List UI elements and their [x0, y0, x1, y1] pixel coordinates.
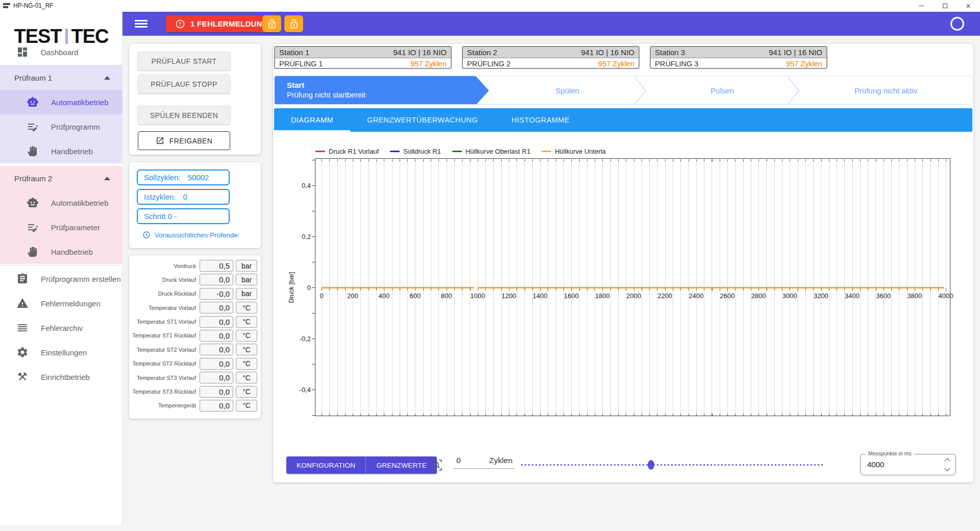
legend-item[interactable]: Solldruck R1	[390, 148, 441, 155]
station-card-2[interactable]: Station 2941 IO | 16 NIOPRÜFLING 2957 Zy…	[462, 46, 640, 69]
measurement-value: 0,0	[200, 316, 233, 328]
measurement-unit: °C	[236, 386, 257, 398]
measurement-unit: °C	[236, 302, 257, 313]
measurement-row: Temperatur ST2 Vorlauf0,0°C	[131, 344, 259, 355]
gear-icon	[16, 346, 29, 358]
footer-button-group: KONFIGURATION GRENZWERTE	[286, 456, 437, 474]
x-tick-label: 3200	[814, 292, 828, 300]
sidebar-item-automatikbetrieb[interactable]: Automatikbetrieb	[0, 190, 122, 215]
tab-diagramm[interactable]: DIAGRAMM	[274, 108, 350, 132]
legend-label: Hüllkurve Unterla	[555, 148, 606, 155]
station-card-1[interactable]: Station 1941 IO | 16 NIOPRÜFLING 1957 Zy…	[274, 46, 452, 69]
window-minimize-button[interactable]	[910, 0, 933, 12]
sidebar-item-handbetrieb[interactable]: Handbetrieb	[0, 139, 122, 163]
spinner-up-icon[interactable]	[944, 457, 950, 464]
sidebar-item-fehlermeldungen[interactable]: Fehlermeldungen	[0, 291, 122, 316]
sidebar-group-header-1[interactable]: Prüfraum 1	[0, 65, 122, 90]
measurement-row: Temperatur ST1 Vorlauf0,0°C	[131, 316, 259, 328]
window-maximize-button[interactable]	[933, 0, 957, 12]
measurement-value: 0,0	[200, 372, 233, 383]
edit-note-icon	[27, 120, 39, 133]
measurement-unit: bar	[236, 260, 257, 272]
x-tick-label: 1400	[533, 292, 548, 300]
legend-item[interactable]: Druck R1 Vorlauf	[315, 148, 379, 155]
zoom-region-icon[interactable]	[430, 458, 443, 472]
error-outline-icon	[175, 19, 185, 29]
stepper-step-pulsen: Pulsen	[646, 76, 799, 105]
measurement-unit: °C	[236, 316, 257, 328]
robot-icon	[27, 96, 39, 108]
timeline-slider[interactable]	[521, 464, 823, 466]
grenzwerte-button[interactable]: GRENZWERTE	[365, 456, 437, 474]
freigaben-button[interactable]: FREIGABEN	[138, 131, 230, 150]
process-stepper: Start Prüfung nicht startbereit SpülenPu…	[274, 76, 972, 105]
menu-hamburger-icon[interactable]	[135, 20, 148, 28]
lock-open-icon	[267, 19, 277, 29]
sidebar-group-header-2[interactable]: Prüfraum 2	[0, 166, 122, 190]
cycles-display-unit: Zyklen	[489, 456, 512, 465]
station-card-3[interactable]: Station 3941 IO | 16 NIOPRÜFLING 3957 Zy…	[650, 46, 827, 69]
station-pruefling: PRÜFLING 1	[279, 60, 323, 68]
measurement-label: Druck Rücklauf	[131, 291, 200, 297]
lock-open-icon	[289, 19, 299, 29]
schritt-field[interactable]: Schritt 0 -	[137, 208, 230, 224]
cycles-display-field[interactable]: 0 Zyklen	[453, 452, 514, 469]
measurement-label: Vordruck	[131, 263, 200, 269]
y-tick-label: 0,2	[287, 232, 311, 240]
legend-item[interactable]: Hüllkurve Unterla	[542, 148, 606, 155]
measurement-value: 0,5	[200, 260, 233, 272]
sidebar-item-pr-fprogramm-erstellen[interactable]: Prüfprogramm erstellen	[0, 267, 122, 291]
spuelen-beenden-button[interactable]: SPÜLEN BEENDEN	[138, 106, 230, 125]
sidebar-item-einstellungen[interactable]: Einstellungen	[0, 340, 122, 365]
timeline-slider-thumb[interactable]	[648, 460, 654, 470]
measurement-label: Temperatur Vorlauf	[131, 305, 200, 311]
sidebar-item-automatikbetrieb[interactable]: Automatikbetrieb	[0, 90, 122, 114]
y-tick-label: 0,4	[287, 181, 311, 189]
konfiguration-button[interactable]: KONFIGURATION	[286, 456, 365, 474]
lock-button-2[interactable]	[284, 15, 303, 32]
series-line-h-llkurve-unterlast	[322, 287, 474, 288]
istzyklen-field[interactable]: Istzyklen: 0	[137, 189, 230, 205]
sidebar-item-pr-fprogramm[interactable]: Prüfprogramm	[0, 114, 122, 139]
measurement-label: Temperatur ST2 Vorlauf	[131, 347, 200, 353]
prueflauf-stopp-button[interactable]: PRÜFLAUF STOPP	[138, 75, 230, 93]
stepper-chevron-divider	[632, 76, 648, 105]
sidebar-item-einrichtbetrieb[interactable]: Einrichtbetrieb	[0, 365, 122, 389]
sidebar-item-pr-fparameter[interactable]: Prüfparameter	[0, 215, 122, 239]
chevron-up-icon	[104, 76, 110, 80]
legend-item[interactable]: Hüllkurve Oberlast R1	[452, 148, 530, 155]
stepper-active-subtitle: Prüfung nicht startbereit	[287, 91, 489, 99]
sidebar-item-dashboard[interactable]: Dashboard	[0, 40, 122, 64]
measurement-unit: °C	[236, 358, 257, 370]
clock-icon	[142, 231, 151, 239]
sidebar-item-handbetrieb[interactable]: Handbetrieb	[0, 239, 122, 264]
window-close-button[interactable]: ✕	[957, 0, 980, 12]
sidebar-item-fehlerarchiv[interactable]: Fehlerarchiv	[0, 316, 122, 340]
measurement-row: Temperatur Vorlauf0,0°C	[131, 302, 259, 313]
measurement-label: Temperatur ST1 Vorlauf	[131, 319, 200, 325]
chart-plot-area: 0200400600800100012001400160018002000220…	[315, 158, 950, 416]
tab-histogramme[interactable]: HISTOGRAMME	[495, 108, 586, 132]
error-message-button[interactable]: 1 FEHLERMELDUNG	[166, 15, 278, 32]
x-tick-label: 1800	[595, 292, 610, 300]
measurement-row: Druck Vorlauf0,0bar	[131, 274, 259, 285]
main-content-card: Station 1941 IO | 16 NIOPRÜFLING 1957 Zy…	[273, 44, 973, 482]
stepper-step-pr-fung-nicht-aktiv: Prüfung nicht aktiv	[799, 76, 972, 105]
tools-icon	[16, 371, 29, 383]
x-tick-label: 3400	[845, 292, 860, 300]
measurement-value: 0,0	[200, 274, 233, 285]
robot-icon	[27, 197, 39, 209]
x-tick-label: 1200	[501, 292, 516, 300]
lock-button-1[interactable]	[262, 15, 281, 32]
legend-label: Druck R1 Vorlauf	[329, 148, 379, 155]
hand-icon	[27, 246, 39, 258]
spinner-down-icon[interactable]	[944, 466, 950, 472]
prueflauf-start-button[interactable]: PRÜFLAUF START	[138, 52, 230, 70]
measurement-value: 0,0	[200, 400, 233, 412]
chevron-up-icon	[104, 177, 110, 180]
open-in-new-icon	[156, 136, 164, 145]
legend-color-dash	[542, 151, 551, 152]
messpunkte-spinner[interactable]: Messpunkte in ms 4000	[860, 454, 956, 475]
sollzyklen-field[interactable]: Sollzyklen: 50002	[137, 170, 230, 185]
tab-grenzwertüberwachung[interactable]: GRENZWERTÜBERWACHUNG	[350, 108, 495, 132]
